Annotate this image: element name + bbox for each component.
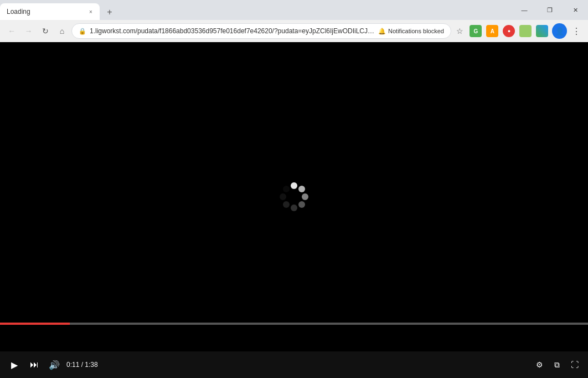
- window-controls: — ❐ ✕: [512, 0, 588, 20]
- tab-strip: Loading × +: [0, 0, 512, 20]
- bell-icon: 🔔: [378, 28, 386, 35]
- ext-icon-4: [519, 25, 532, 37]
- toolbar-extensions: G A ●: [468, 23, 550, 39]
- back-button[interactable]: ←: [4, 23, 19, 39]
- new-tab-button[interactable]: +: [102, 4, 117, 20]
- time-display: 0:11 / 1:38: [66, 361, 98, 369]
- ext-red-icon: ●: [503, 25, 515, 37]
- loading-spinner: [277, 180, 311, 213]
- settings-button[interactable]: ⚙: [533, 358, 546, 371]
- restore-button[interactable]: ❐: [537, 0, 563, 20]
- active-tab[interactable]: Loading ×: [0, 3, 100, 20]
- close-button[interactable]: ✕: [563, 0, 588, 20]
- volume-button[interactable]: 🔊: [47, 357, 62, 372]
- omnibar: ← → ↻ ⌂ 🔒 1.ligworkst.com/pudata/f1866ab…: [0, 20, 588, 42]
- bookmark-button[interactable]: ☆: [453, 24, 466, 38]
- url-text: 1.ligworkst.com/pudata/f1866abd03536d957…: [90, 27, 375, 35]
- extension-icon-2[interactable]: A: [484, 23, 500, 39]
- skip-next-button[interactable]: ⏭: [27, 357, 42, 372]
- extension-icon-1[interactable]: G: [468, 23, 483, 39]
- video-progress-fill: [0, 323, 70, 325]
- tab-close-button[interactable]: ×: [86, 7, 95, 16]
- home-button[interactable]: ⌂: [55, 23, 69, 39]
- lock-icon: 🔒: [79, 28, 86, 35]
- tab-title: Loading: [7, 8, 83, 16]
- notifications-blocked-text: Notifications blocked: [388, 28, 444, 34]
- ext-orange-icon: A: [486, 25, 498, 37]
- forward-button[interactable]: →: [21, 23, 35, 39]
- fullscreen-button[interactable]: ⛶: [568, 358, 581, 371]
- refresh-button[interactable]: ↻: [38, 23, 53, 39]
- play-button[interactable]: ▶: [7, 357, 22, 372]
- miniplayer-button[interactable]: ⧉: [550, 358, 564, 371]
- extension-icon-4[interactable]: [518, 23, 533, 39]
- chrome-menu-button[interactable]: ⋮: [569, 23, 584, 39]
- url-bar[interactable]: 🔒 1.ligworkst.com/pudata/f1866abd03536d9…: [71, 23, 451, 39]
- title-bar: Loading × + — ❐ ✕: [0, 0, 588, 20]
- video-progress-bar[interactable]: [0, 323, 588, 325]
- notifications-blocked-label: 🔔 Notifications blocked: [378, 28, 444, 35]
- profile-button[interactable]: 👤: [552, 23, 566, 39]
- extension-icon-5[interactable]: [534, 23, 550, 39]
- video-controls-bar: ▶ ⏭ 🔊 0:11 / 1:38 ⚙ ⧉ ⛶: [0, 351, 588, 378]
- ext-multi-icon: [536, 25, 548, 37]
- extension-icon-3[interactable]: ●: [501, 23, 517, 39]
- video-area: [0, 42, 588, 351]
- minimize-button[interactable]: —: [512, 0, 537, 20]
- ext-green-icon: G: [470, 25, 482, 37]
